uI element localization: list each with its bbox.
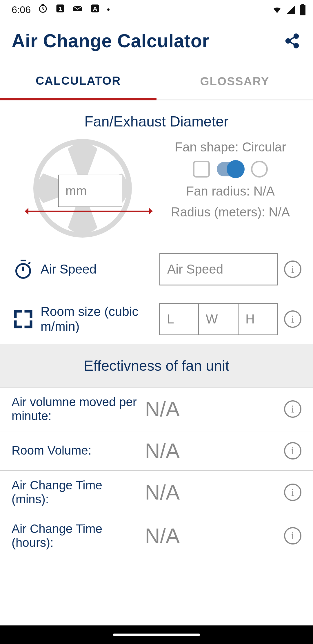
info-icon: i: [291, 263, 294, 275]
switch-thumb: [227, 160, 245, 178]
svg-line-10: [290, 37, 294, 40]
tab-bar: CALCULATOR GLOSSARY: [0, 63, 313, 100]
app-bar: Air Change Calculator: [0, 19, 313, 63]
fan-shape-toggle-row: [193, 161, 268, 178]
air-speed-placeholder: Air Speed: [167, 262, 223, 276]
room-width-input[interactable]: W: [199, 303, 239, 335]
placeholder-L: L: [167, 312, 174, 326]
fan-shape-label: Fan shape: Circular: [175, 140, 286, 154]
diameter-input[interactable]: mm: [58, 175, 122, 207]
wifi-icon: [271, 4, 283, 15]
section-title-fan: Fan/Exhaust Diameter: [0, 100, 313, 140]
room-size-info-button[interactable]: i: [284, 310, 301, 328]
expand-icon: [12, 307, 35, 331]
air-speed-label: Air Speed: [41, 262, 154, 277]
fan-radius-meters-label: Radius (meters): N/A: [171, 205, 290, 219]
svg-rect-5: [300, 5, 305, 15]
room-size-label: Room size (cubic m/min): [41, 304, 153, 334]
info-icon: i: [291, 313, 294, 325]
info-icon: i: [291, 486, 294, 498]
share-button[interactable]: [283, 32, 301, 50]
placeholder-W: W: [206, 312, 218, 326]
dot-icon: [107, 8, 110, 11]
diameter-placeholder: mm: [65, 184, 87, 198]
air-speed-row: Air Speed Air Speed i: [0, 244, 313, 294]
status-left: 6:06 1 A: [12, 3, 110, 16]
square-shape-icon[interactable]: [193, 161, 210, 178]
result-label: Room Volume:: [12, 444, 139, 457]
info-icon: i: [291, 403, 294, 415]
result-label: Air Change Time (mins):: [12, 478, 139, 506]
status-right: [271, 4, 306, 15]
app1-icon: 1: [55, 3, 65, 16]
info-icon: i: [291, 530, 294, 542]
tab-glossary[interactable]: GLOSSARY: [156, 63, 313, 100]
results-section-title: Effectivness of fan unit: [0, 344, 313, 388]
battery-icon: [299, 4, 306, 15]
room-volume-info-button[interactable]: i: [284, 442, 301, 460]
page-title: Air Change Calculator: [12, 30, 210, 52]
home-pill-icon[interactable]: [113, 634, 200, 636]
info-icon: i: [291, 445, 294, 457]
room-size-inputs: L W H: [159, 303, 278, 335]
result-value: N/A: [145, 524, 278, 548]
svg-point-7: [294, 34, 298, 38]
change-hours-info-button[interactable]: i: [284, 527, 301, 544]
room-length-input[interactable]: L: [159, 303, 199, 335]
result-value: N/A: [145, 439, 278, 463]
result-label: Air Change Time (hours):: [12, 522, 139, 550]
svg-rect-6: [301, 4, 304, 5]
app2-icon: A: [90, 3, 100, 16]
diameter-arrow-icon: [25, 211, 152, 212]
fan-diameter-block: mm Fan shape: Circular Fan radius: N/A R…: [0, 140, 313, 244]
air-speed-input[interactable]: Air Speed: [159, 253, 278, 285]
placeholder-H: H: [245, 312, 255, 326]
air-speed-info-button[interactable]: i: [284, 261, 301, 278]
result-value: N/A: [145, 397, 278, 421]
status-bar: 6:06 1 A: [0, 0, 313, 19]
tab-calculator[interactable]: CALCULATOR: [0, 63, 156, 100]
svg-point-8: [286, 39, 290, 43]
result-value: N/A: [145, 480, 278, 504]
svg-text:A: A: [93, 5, 97, 12]
fan-diagram: mm: [12, 140, 154, 237]
room-size-row: Room size (cubic m/min) L W H i: [0, 294, 313, 344]
fan-radius-label: Fan radius: N/A: [186, 184, 275, 198]
svg-line-11: [290, 42, 294, 45]
mail-icon: [72, 3, 83, 16]
status-time: 6:06: [12, 4, 31, 15]
result-air-volume: Air volumne moved per minute: N/A i: [0, 388, 313, 431]
air-volume-info-button[interactable]: i: [284, 400, 301, 418]
fan-shape-switch[interactable]: [217, 162, 244, 176]
change-mins-info-button[interactable]: i: [284, 484, 301, 501]
circle-shape-icon[interactable]: [251, 161, 268, 178]
result-change-hours: Air Change Time (hours): N/A i: [0, 514, 313, 558]
stopwatch-icon: [12, 258, 35, 281]
result-label: Air volumne moved per minute:: [12, 395, 139, 423]
system-nav-bar[interactable]: [0, 625, 313, 644]
signal-icon: [286, 4, 296, 15]
fan-shape-panel: Fan shape: Circular Fan radius: N/A Radi…: [154, 140, 301, 237]
clock-icon: [38, 3, 48, 16]
result-change-mins: Air Change Time (mins): N/A i: [0, 471, 313, 515]
result-room-volume: Room Volume: N/A i: [0, 431, 313, 471]
room-height-input[interactable]: H: [239, 303, 278, 335]
app-content: Air Change Calculator CALCULATOR GLOSSAR…: [0, 19, 313, 625]
svg-point-9: [294, 44, 298, 48]
svg-text:1: 1: [59, 5, 62, 12]
